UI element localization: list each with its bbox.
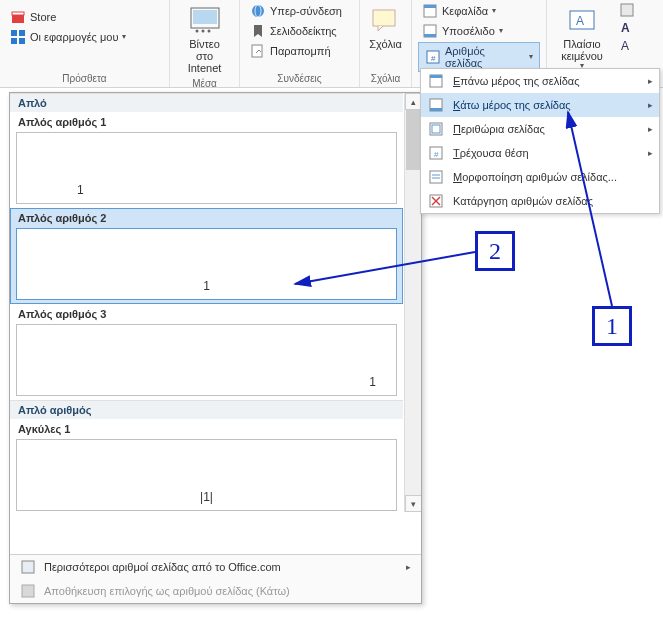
scroll-down-icon[interactable]: ▾ [405, 495, 421, 512]
comment-button[interactable]: Σχόλια [361, 2, 411, 52]
menu-page-margins[interactable]: Περιθώρια σελίδας ▸ [421, 117, 659, 141]
item2-title: Απλός αριθμός 2 [16, 210, 397, 226]
bookmark-button[interactable]: Σελιδοδείκτης [246, 22, 346, 40]
menu-bottom-of-page[interactable]: Κάτω μέρος της σελίδας ▸ [421, 93, 659, 117]
svg-rect-27 [430, 75, 442, 78]
crossref-button[interactable]: Παραπομπή [246, 42, 346, 60]
gallery-scroll-content: Απλό Απλός αριθμός 1 1 Απλός αριθμός 2 1… [10, 93, 421, 515]
group-media-label: Μέσα [176, 76, 233, 92]
textbox-button[interactable]: A Πλαίσιο κειμένου ▾ [553, 2, 611, 72]
arrow-right-icon: ▸ [648, 100, 653, 110]
svg-rect-40 [22, 561, 34, 573]
header-button[interactable]: Κεφαλίδα ▾ [418, 2, 540, 20]
gallery-footer: Περισσότεροι αριθμοί σελίδας από το Offi… [10, 554, 421, 603]
group-addins: Store Οι εφαρμογές μου ▾ Πρόσθετα [0, 0, 170, 87]
svg-text:A: A [576, 14, 584, 28]
menu-format-numbers[interactable]: Μορφοποίηση αριθμών σελίδας... [421, 165, 659, 189]
quickparts-icon[interactable] [619, 2, 635, 18]
callout-1-number: 1 [606, 313, 618, 340]
svg-rect-2 [11, 30, 17, 36]
item4-title: Αγκύλες 1 [16, 421, 397, 437]
page-bottom-icon [427, 96, 445, 114]
menu-margins-label: Περιθώρια σελίδας [453, 123, 545, 135]
arrow-right-icon: ▸ [406, 562, 411, 572]
chevron-down-icon: ▾ [499, 27, 503, 35]
svg-text:A: A [621, 21, 630, 35]
menu-remove-label: Κατάργηση αριθμών σελίδας [453, 195, 593, 207]
pgnum-center: 1 [203, 279, 210, 293]
apps-icon [10, 29, 26, 45]
svg-rect-3 [19, 30, 25, 36]
menu-top-of-page[interactable]: Επάνω μέρος της σελίδας ▸ [421, 69, 659, 93]
footer-icon [422, 23, 438, 39]
scroll-thumb[interactable] [406, 110, 421, 170]
bookmark-icon [250, 23, 266, 39]
group-comments: Σχόλια Σχόλια [360, 0, 412, 87]
group-links: Υπερ-σύνδεση Σελιδοδείκτης Παραπομπή Συν… [240, 0, 360, 87]
svg-rect-16 [424, 5, 436, 8]
item3-preview: 1 [16, 324, 397, 396]
group-media: Βίντεο στο Intenet Μέσα [170, 0, 240, 87]
header-label: Κεφαλίδα [442, 5, 488, 17]
store-label: Store [30, 11, 56, 23]
gallery-item-plain1[interactable]: Απλός αριθμός 1 1 [10, 112, 403, 208]
gallery-category-simple2: Απλό αριθμός [10, 400, 403, 419]
footer-save-label: Αποθήκευση επιλογής ως αριθμού σελίδας (… [44, 585, 290, 597]
page-number-icon: # [425, 49, 441, 65]
store-button[interactable]: Store [6, 8, 130, 26]
textbox-icon: A [566, 4, 598, 36]
callout-2: 2 [475, 231, 515, 271]
footer-more-label: Περισσότεροι αριθμοί σελίδας από το Offi… [44, 561, 281, 573]
format-icon [427, 168, 445, 186]
office-icon [20, 559, 36, 575]
svg-rect-18 [424, 34, 436, 37]
remove-icon [427, 192, 445, 210]
svg-point-9 [201, 30, 204, 33]
video-icon [189, 4, 221, 36]
dropcap-icon[interactable]: A [619, 38, 635, 54]
svg-rect-7 [193, 10, 217, 24]
page-number-gallery: Απλό Απλός αριθμός 1 1 Απλός αριθμός 2 1… [9, 92, 422, 604]
link-icon [250, 3, 266, 19]
chevron-down-icon: ▾ [492, 7, 496, 15]
arrow-right-icon: ▸ [648, 124, 653, 134]
group-comments-label: Σχόλια [366, 71, 405, 87]
pgnum-right: 1 [369, 375, 376, 389]
store-icon [10, 9, 26, 25]
menu-format-label: Μορφοποίηση αριθμών σελίδας... [453, 171, 617, 183]
page-margins-icon [427, 120, 445, 138]
scroll-up-icon[interactable]: ▴ [405, 93, 421, 110]
gallery-scrollbar[interactable]: ▴ ▾ [404, 93, 421, 512]
gallery-item-brackets1[interactable]: Αγκύλες 1 |1| [10, 419, 403, 515]
chevron-down-icon: ▾ [529, 53, 533, 61]
textbox-label: Πλαίσιο κειμένου [557, 38, 607, 62]
svg-rect-23 [621, 4, 633, 16]
video-label-line1: Βίντεο στο Intenet [180, 38, 229, 74]
myapps-button[interactable]: Οι εφαρμογές μου ▾ [6, 28, 130, 46]
page-number-label: Αριθμός σελίδας [445, 45, 525, 69]
svg-rect-5 [19, 38, 25, 44]
item1-preview: 1 [16, 132, 397, 204]
footer-more-office[interactable]: Περισσότεροι αριθμοί σελίδας από το Offi… [10, 555, 421, 579]
hyperlink-button[interactable]: Υπερ-σύνδεση [246, 2, 346, 20]
page-top-icon [427, 72, 445, 90]
menu-top-label: Επάνω μέρος της σελίδας [453, 75, 580, 87]
wordart-icon[interactable]: A [619, 20, 635, 36]
svg-rect-29 [430, 108, 442, 111]
item1-title: Απλός αριθμός 1 [16, 114, 397, 130]
svg-point-10 [207, 30, 210, 33]
page-current-icon: # [427, 144, 445, 162]
svg-rect-34 [430, 171, 442, 183]
menu-remove-numbers[interactable]: Κατάργηση αριθμών σελίδας [421, 189, 659, 213]
save-icon [20, 583, 36, 599]
crossref-icon [250, 43, 266, 59]
pgnum-left: 1 [77, 183, 84, 197]
svg-text:#: # [431, 54, 436, 63]
item2-preview: 1 [16, 228, 397, 300]
gallery-item-plain2[interactable]: Απλός αριθμός 2 1 [10, 208, 403, 304]
online-video-button[interactable]: Βίντεο στο Intenet [176, 2, 233, 76]
menu-current-position[interactable]: # Τρέχουσα θέση ▸ [421, 141, 659, 165]
footer-button[interactable]: Υποσέλιδο ▾ [418, 22, 540, 40]
gallery-item-plain3[interactable]: Απλός αριθμός 3 1 [10, 304, 403, 400]
svg-text:#: # [434, 150, 439, 159]
